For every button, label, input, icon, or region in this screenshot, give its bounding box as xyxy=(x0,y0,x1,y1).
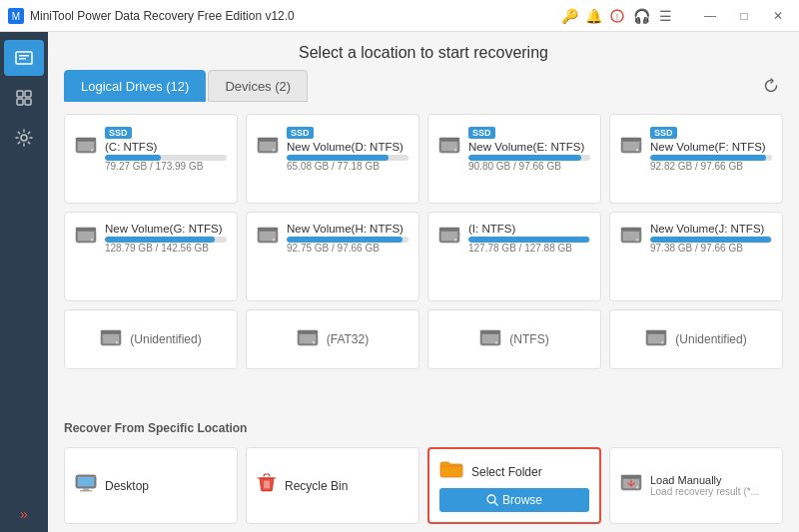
drive-card-c[interactable]: SSD (C: NTFS) 79.27 GB / 173.99 GB xyxy=(64,114,238,204)
browse-button[interactable]: Browse xyxy=(439,488,589,512)
svg-point-22 xyxy=(454,149,457,152)
drive-icon xyxy=(438,226,460,251)
svg-point-18 xyxy=(273,149,276,152)
drive-label: (I: NTFS) xyxy=(468,223,590,235)
svg-rect-59 xyxy=(646,330,666,333)
minimize-button[interactable]: — xyxy=(697,6,723,26)
empty-drive-row: (Unidentified) xyxy=(645,328,746,351)
titlebar: M MiniTool Power Data Recovery Free Edit… xyxy=(0,0,799,32)
drive-size: 65.08 GB / 77.18 GB xyxy=(287,161,408,172)
drive-badge: SSD xyxy=(650,127,677,139)
svg-rect-43 xyxy=(621,228,641,231)
location-card-desktop[interactable]: Desktop xyxy=(64,447,238,524)
empty-drive-label: (Unidentified) xyxy=(130,332,201,346)
empty-drive-row: (FAT32) xyxy=(297,328,369,351)
location-label-folder: Select Folder xyxy=(471,465,542,479)
svg-point-67 xyxy=(636,486,639,489)
sidebar-expand-button[interactable]: » xyxy=(4,504,44,524)
svg-rect-7 xyxy=(17,91,23,97)
load-manually-sublabel: Load recovery result (*... xyxy=(650,486,759,497)
svg-point-14 xyxy=(91,149,94,152)
sidebar-item-tools[interactable] xyxy=(4,80,44,116)
drive-card-j[interactable]: New Volume(J: NTFS) 97.38 GB / 97.66 GB xyxy=(609,212,783,301)
close-button[interactable]: ✕ xyxy=(765,6,791,26)
drive-icon xyxy=(620,226,642,251)
drive-card-g[interactable]: New Volume(G: NTFS) 128.79 GB / 142.56 G… xyxy=(64,212,238,301)
drive-card-e[interactable]: SSD New Volume(E: NTFS) 90.80 GB / 97.66… xyxy=(427,114,601,204)
drive-info: (I: NTFS) 127.78 GB / 127.88 GB xyxy=(468,223,590,254)
refresh-button[interactable] xyxy=(759,74,783,98)
drive-card-f[interactable]: SSD New Volume(F: NTFS) 92.82 GB / 97.66… xyxy=(609,114,783,204)
content-header: Select a location to start recovering xyxy=(48,32,799,70)
drive-card-row: SSD (C: NTFS) 79.27 GB / 173.99 GB xyxy=(75,125,227,172)
tab-devices[interactable]: Devices (2) xyxy=(208,70,308,102)
empty-drive-card-unid1[interactable]: (Unidentified) xyxy=(64,309,238,369)
location-card-row: Recycle Bin xyxy=(257,472,408,499)
app-logo: M xyxy=(8,8,24,24)
svg-rect-6 xyxy=(19,58,26,60)
svg-rect-27 xyxy=(621,138,641,141)
drive-card-h[interactable]: New Volume(H: NTFS) 92.75 GB / 97.66 GB xyxy=(246,212,419,301)
drive-size: 92.82 GB / 97.66 GB xyxy=(650,161,772,172)
svg-point-26 xyxy=(636,149,639,152)
drive-info: SSD New Volume(F: NTFS) 92.82 GB / 97.66… xyxy=(650,125,772,172)
empty-drive-row: (Unidentified) xyxy=(100,328,201,351)
location-card-load[interactable]: Load Manually Load recovery result (*... xyxy=(609,447,783,524)
drive-card-row: SSD New Volume(F: NTFS) 92.82 GB / 97.66… xyxy=(620,125,772,172)
svg-rect-23 xyxy=(439,138,459,141)
empty-drive-card-ntfs[interactable]: (NTFS) xyxy=(427,309,601,369)
svg-point-38 xyxy=(454,239,457,242)
svg-point-30 xyxy=(91,239,94,242)
drive-card-i[interactable]: (I: NTFS) 127.78 GB / 127.88 GB xyxy=(427,212,601,301)
drive-icon xyxy=(257,226,279,251)
location-grid: Desktop Recycle Bin Select Folder Browse xyxy=(64,447,783,524)
empty-drive-card-unid2[interactable]: (Unidentified) xyxy=(609,309,783,369)
drive-card-row: SSD New Volume(E: NTFS) 90.80 GB / 97.66… xyxy=(438,125,590,172)
location-label-desktop: Desktop xyxy=(105,479,149,493)
svg-rect-5 xyxy=(19,55,29,57)
svg-text:M: M xyxy=(12,11,20,22)
sidebar-item-recover[interactable] xyxy=(4,40,44,76)
svg-point-50 xyxy=(312,340,315,343)
svg-text:!: ! xyxy=(616,12,619,22)
drive-card-d[interactable]: SSD New Volume(D: NTFS) 65.08 GB / 77.18… xyxy=(246,114,419,204)
drive-icon xyxy=(620,136,642,161)
headset-icon[interactable]: 🎧 xyxy=(633,8,649,24)
browse-label: Browse xyxy=(502,493,542,507)
location-card-recycle[interactable]: Recycle Bin xyxy=(246,447,419,524)
tabs-container: Logical Drives (12) Devices (2) xyxy=(48,70,799,102)
tab-logical-drives[interactable]: Logical Drives (12) xyxy=(64,70,206,102)
sidebar-item-settings[interactable] xyxy=(4,120,44,156)
svg-rect-62 xyxy=(83,488,89,490)
drive-info: New Volume(J: NTFS) 97.38 GB / 97.66 GB xyxy=(650,223,772,254)
update-icon[interactable]: ! xyxy=(609,8,625,24)
svg-point-34 xyxy=(273,239,276,242)
drive-badge: SSD xyxy=(468,127,495,139)
drive-badge: SSD xyxy=(105,127,132,139)
menu-icon[interactable]: ☰ xyxy=(657,8,673,24)
svg-rect-61 xyxy=(78,477,94,486)
svg-rect-35 xyxy=(258,228,278,231)
svg-rect-51 xyxy=(298,330,318,333)
svg-rect-8 xyxy=(25,91,31,97)
drive-card-row: New Volume(G: NTFS) 128.79 GB / 142.56 G… xyxy=(75,223,227,254)
drive-icon xyxy=(438,136,460,161)
drives-area[interactable]: SSD (C: NTFS) 79.27 GB / 173.99 GB SSD N… xyxy=(48,110,799,417)
empty-drive-icon xyxy=(100,328,130,351)
key-icon[interactable]: 🔑 xyxy=(561,8,577,24)
location-card-folder[interactable]: Select Folder Browse xyxy=(427,447,601,524)
titlebar-actions: 🔑 🔔 ! 🎧 ☰ — □ ✕ xyxy=(561,6,791,26)
empty-drive-card-fat32[interactable]: (FAT32) xyxy=(246,309,419,369)
maximize-button[interactable]: □ xyxy=(731,6,757,26)
svg-rect-15 xyxy=(76,138,96,141)
drive-label: New Volume(J: NTFS) xyxy=(650,223,772,235)
location-text-load: Load Manually Load recovery result (*... xyxy=(650,474,759,497)
empty-drive-row: (NTFS) xyxy=(479,328,548,351)
drive-info: New Volume(H: NTFS) 92.75 GB / 97.66 GB xyxy=(287,223,408,254)
drive-label: New Volume(D: NTFS) xyxy=(287,141,408,153)
location-icon-folder xyxy=(439,459,463,484)
notification-icon[interactable]: 🔔 xyxy=(585,8,601,24)
drive-icon xyxy=(257,136,279,161)
sidebar-bottom: » xyxy=(4,504,44,524)
svg-point-54 xyxy=(495,340,498,343)
